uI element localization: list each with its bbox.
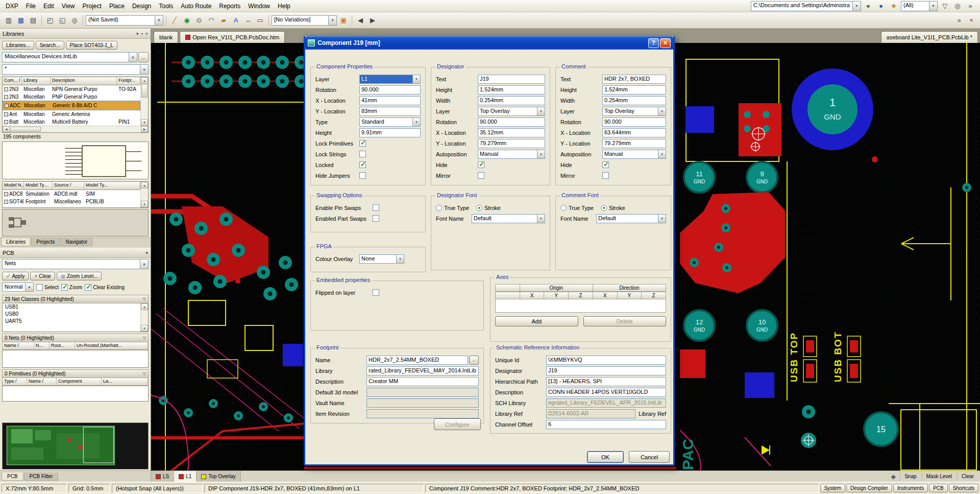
system-panels-button[interactable]: System [820,484,845,492]
tab-libraries[interactable]: Libraries [1,238,31,246]
schref-designator-field[interactable]: J19 [546,366,666,375]
x-location-field[interactable]: 41mm [359,96,421,105]
column-primitive-name[interactable]: Name / [27,378,57,386]
net-class-item[interactable]: USB1 [3,303,140,311]
column-library[interactable]: Library [22,77,51,85]
libraries-button[interactable]: Libraries... [2,41,34,50]
pin-icon[interactable]: ▪ [141,31,143,36]
designator-rotation-field[interactable]: 90.000 [478,117,545,127]
column-description[interactable]: Description [51,77,117,85]
comment-x-field[interactable]: 63.644mm [602,128,666,137]
column-model-type-2[interactable]: Model Ty... [84,182,140,190]
variant-icon[interactable]: ▣ [338,15,349,26]
tab-pcb-filter-panel[interactable]: PCB Filter [24,473,59,481]
library-browse-button[interactable]: ... [138,52,149,62]
unique-id-field[interactable]: \XMMBYKVQ [546,356,666,365]
designator-truetype-radio[interactable] [436,205,442,211]
layer-select[interactable]: L1 ▼ [359,75,421,84]
search-button[interactable]: Search... [36,41,64,50]
variations-combo[interactable]: [No Variations] ▼ [272,15,337,26]
components-hscrollbar[interactable]: ◀ ▶ [3,126,148,132]
scroll-down-icon[interactable]: ▼ [141,201,148,207]
nets-list[interactable] [2,350,149,368]
axes-delete-button[interactable]: Delete [583,316,667,326]
menu-window[interactable]: Window [244,1,274,12]
lock-primitives-checkbox[interactable] [359,140,366,147]
designator-truetype-radio-row[interactable]: True Type [436,205,469,211]
design-compiler-panels-button[interactable]: Design Compiler [846,484,892,492]
comment-width-field[interactable]: 0.254mm [602,96,666,105]
height-field[interactable]: 9.91mm [359,128,421,137]
scroll-left-icon[interactable]: ◀ [3,126,10,132]
back-icon[interactable]: ◀ [355,15,366,26]
models-scrollbar[interactable]: ▲ ▼ [140,182,148,207]
close-icon[interactable]: × [145,31,148,36]
locked-checkbox[interactable] [359,161,366,168]
column-net-routed[interactable]: Rout... [50,342,75,350]
place-component-button[interactable]: Place SOT403-1_L [66,41,117,50]
place-arc-icon[interactable]: ◠ [206,15,217,26]
open-icon[interactable]: ▥ [3,15,14,26]
place-dimension-icon[interactable]: ↔ [242,15,254,26]
component-row[interactable]: 2N3 Miscellan PNP General Purpo [3,93,140,101]
comment-hide-checkbox[interactable] [602,161,609,168]
column-net-nodes[interactable]: N... [34,342,50,350]
schref-description-field[interactable]: CONN HEADER 14POS VERT10GOLD [546,388,666,397]
toolbar-overflow-icon[interactable]: » [965,1,976,12]
scroll-down-icon[interactable]: ▼ [141,325,148,332]
favorites-icon[interactable]: ★ [888,1,899,12]
net-classes-header[interactable]: 29 Net Classes (0 Highlighted) ▽ [2,295,149,303]
select-checkbox[interactable] [36,284,43,291]
document-path-combo[interactable]: C:\Documents and Settings\Administra ▼ [751,1,861,11]
place-room-icon[interactable]: ▭ [255,15,266,26]
forward-icon[interactable]: ▶ [367,15,378,26]
scroll-up-icon[interactable]: ▲ [141,303,148,310]
column-model-type[interactable]: Model Ty... [24,182,53,190]
column-model-name[interactable]: Model N... / [3,182,24,190]
configure-button[interactable]: Configure [434,418,481,430]
magnifier-icon[interactable]: ◎ [952,1,963,12]
tab-projects[interactable]: Projects [31,238,60,246]
sheet-icon[interactable]: ▤ [28,15,39,26]
axes-list[interactable] [495,299,666,313]
save-icon[interactable]: ▦ [15,15,27,26]
zoom-checkbox-row[interactable]: Zoom [61,284,83,291]
comment-rotation-field[interactable]: 90.000 [602,117,666,127]
clear-button[interactable]: × Clear [30,272,55,280]
toolbar-overflow-icon[interactable]: » [953,15,965,26]
model-row[interactable]: SOT40 Footprint Miscellaneo PCBLIB [3,198,140,205]
tab-pcb-panel[interactable]: PCB [2,473,23,481]
axes-add-button[interactable]: Add [495,316,578,326]
layer-settings-icon[interactable]: ◈ [888,472,899,481]
menu-design[interactable]: Design [129,1,155,12]
column-primitive-layer[interactable]: La... [102,378,148,386]
designator-layer-select[interactable]: Top Overlay ▼ [478,107,545,116]
comment-mirror-checkbox[interactable] [602,172,609,179]
designator-autoposition-select[interactable]: Manual ▼ [478,150,545,159]
comment-autoposition-select[interactable]: Manual ▼ [602,150,666,159]
menu-place[interactable]: Place [106,1,128,12]
hide-jumpers-checkbox[interactable] [359,172,366,179]
tab-navigator[interactable]: Navigator [60,238,92,246]
scrollbar-thumb[interactable] [141,84,148,98]
layer-tab-l1[interactable]: L1 [174,471,197,482]
net-class-item[interactable]: UART5 [3,318,140,325]
colour-overlay-select[interactable]: None ▼ [359,254,404,264]
place-string-icon[interactable]: A [230,15,241,26]
ok-button[interactable]: OK [587,451,624,463]
layer-tab-top-overlay[interactable]: Top Overlay [197,471,240,482]
component-filter-combo[interactable]: * ▼ [2,64,149,75]
library-select[interactable]: Miscellaneous Devices.IntLib ▼ [2,52,137,62]
designator-width-field[interactable]: 0.254mm [478,96,545,105]
network-icon[interactable]: ● [875,1,887,12]
menu-dxp[interactable]: DXP [2,1,22,12]
comment-text-field[interactable]: HDR 2x7, BOXED [602,75,666,84]
clear-mask-button[interactable]: Clear [957,473,978,480]
select-checkbox-row[interactable]: Select [36,284,59,291]
column-footprint[interactable]: Footpr... [117,77,140,85]
column-component[interactable]: Com... / [3,77,22,85]
place-pad-icon[interactable]: ◉ [181,15,192,26]
primitives-header[interactable]: 0 Primitives (0 Highlighted) ▽ [2,369,149,378]
board-minimap[interactable] [2,422,149,469]
shortcuts-panels-button[interactable]: Shortcuts [949,484,978,492]
